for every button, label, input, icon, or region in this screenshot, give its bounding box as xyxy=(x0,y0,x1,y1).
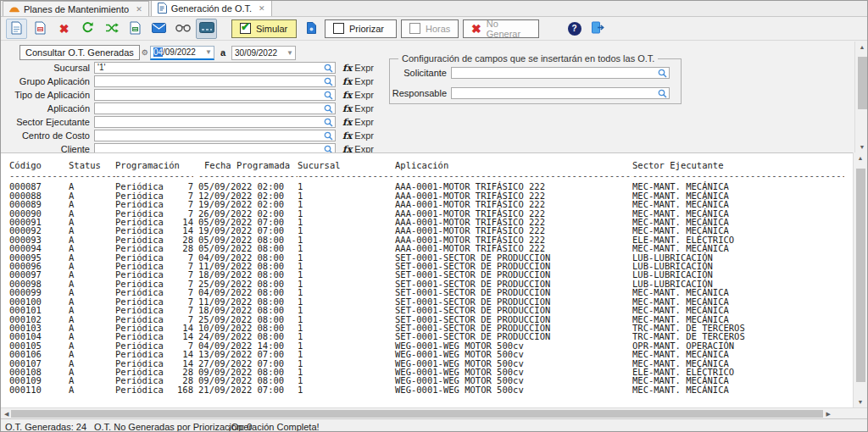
filter-input[interactable] xyxy=(94,116,336,128)
column-header[interactable]: Sucursal xyxy=(298,161,395,169)
cell-frecuencia: 7 xyxy=(166,306,193,314)
config-input[interactable] xyxy=(451,67,670,79)
scrollbar-thumb[interactable] xyxy=(11,410,823,418)
table-horizontal-scrollbar[interactable]: ◀ ▶ xyxy=(1,407,868,418)
filter-scrollbar[interactable]: ▲ ▼ xyxy=(854,42,868,152)
search-icon[interactable] xyxy=(324,131,333,141)
prioritize-toggle[interactable]: Priorizar xyxy=(325,19,397,38)
scroll-down-icon[interactable]: ▼ xyxy=(858,398,864,406)
no-generate-button[interactable]: ✖ No Generar xyxy=(463,19,539,38)
tab-label: Planes de Mantenimiento xyxy=(24,4,129,14)
scrollbar-thumb[interactable] xyxy=(856,169,865,382)
search-icon[interactable] xyxy=(324,104,333,114)
filter-input[interactable]: '1' xyxy=(94,62,336,74)
date-to-field[interactable]: 30/09/2022 ▼ xyxy=(231,46,296,60)
table-row[interactable]: 000101 A Periódica 7 18/09/2022 08:00 1 … xyxy=(9,306,854,314)
cell-sector-ejecutante: MEC-MANT. MECÁNICA xyxy=(632,306,854,314)
scroll-left-icon[interactable]: ◀ xyxy=(4,410,8,418)
filter-input[interactable] xyxy=(94,130,336,141)
table-vertical-scrollbar[interactable]: ▲ ▼ xyxy=(853,152,867,407)
close-tab-icon[interactable]: ✕ xyxy=(136,5,142,14)
delete-x-icon: ✖ xyxy=(59,23,70,35)
fx-icon[interactable]: fx xyxy=(342,103,352,114)
delete-button[interactable]: ✖ xyxy=(53,19,75,39)
hours-checkbox[interactable] xyxy=(409,23,420,34)
filter-input[interactable] xyxy=(94,102,336,114)
search-icon[interactable] xyxy=(658,89,667,99)
fx-icon[interactable]: fx xyxy=(342,63,352,74)
search-icon[interactable] xyxy=(324,91,333,101)
date-from-field[interactable]: 04/09/2022 ▼ xyxy=(150,46,214,60)
cell-sucursal: 1 xyxy=(298,200,395,208)
expr-link[interactable]: Expr xyxy=(354,117,374,127)
preview-button[interactable] xyxy=(172,19,193,39)
cell-aplicacion: WEG-0001-WEG MOTOR 500cv xyxy=(395,385,632,394)
table-row[interactable]: 000106 A Periódica 14 13/09/2022 07:00 1… xyxy=(9,350,854,358)
ot-template-button[interactable] xyxy=(301,19,322,39)
table-row[interactable]: 000110 A Periódica 168 21/09/2022 07:00 … xyxy=(9,385,854,394)
email-button[interactable] xyxy=(148,19,170,39)
shuffle-button[interactable] xyxy=(101,19,122,39)
column-header[interactable]: Código xyxy=(9,161,69,169)
fx-icon[interactable]: fx xyxy=(342,90,352,101)
expr-link[interactable]: Expr xyxy=(354,90,374,100)
filter-row: Centro de Costo fx Expr xyxy=(1,129,868,142)
prioritize-checkbox[interactable] xyxy=(333,23,344,34)
fx-icon[interactable]: fx xyxy=(342,117,352,128)
search-icon[interactable] xyxy=(324,64,333,74)
cell-status: A xyxy=(69,368,115,376)
scroll-up-icon[interactable]: ▲ xyxy=(860,43,865,51)
fx-icon[interactable]: fx xyxy=(342,76,352,87)
column-header[interactable]: Aplicación xyxy=(395,161,632,169)
scroll-right-icon[interactable]: ▶ xyxy=(826,410,830,418)
consult-options-icon[interactable]: ⚙ xyxy=(142,48,148,57)
close-tab-icon[interactable]: ✕ xyxy=(259,4,265,13)
cell-status: A xyxy=(69,200,115,208)
card-view-button[interactable] xyxy=(196,19,217,39)
refresh-icon xyxy=(81,21,94,36)
expr-link[interactable]: Expr xyxy=(354,76,374,86)
tab-label: Generación de O.T. xyxy=(171,3,252,14)
groupbox-title: Configuración de campos que se insertará… xyxy=(398,53,658,64)
shuffle-arrows-icon xyxy=(105,22,119,36)
column-header[interactable]: Sector Ejecutante xyxy=(632,161,854,169)
card-strip-icon xyxy=(199,22,214,35)
config-input[interactable] xyxy=(451,87,670,99)
scrollbar-thumb[interactable] xyxy=(858,57,867,109)
expr-link[interactable]: Expr xyxy=(354,63,374,73)
refresh-button[interactable] xyxy=(77,19,98,39)
filter-input[interactable] xyxy=(94,75,336,87)
cell-status: A xyxy=(69,306,115,314)
excel-export-button[interactable] xyxy=(125,19,146,39)
expr-link[interactable]: Expr xyxy=(354,103,374,114)
date-from-selected-part: 04 xyxy=(153,47,163,57)
column-header[interactable]: Status xyxy=(69,161,115,169)
filter-row: Sector Ejecutante fx Expr xyxy=(1,115,868,129)
new-ot-button[interactable] xyxy=(6,19,27,39)
tab-generacion-ot[interactable]: Generación de O.T. ✕ xyxy=(151,0,272,16)
pdf-export-button[interactable] xyxy=(30,19,51,39)
hours-toggle[interactable]: Horas xyxy=(401,19,459,38)
cell-sucursal: 1 xyxy=(298,270,395,279)
search-icon[interactable] xyxy=(324,77,333,87)
search-icon[interactable] xyxy=(658,69,667,79)
cell-status: A xyxy=(69,262,115,270)
consult-generated-ot-button[interactable]: Consultar O.T. Generadas xyxy=(19,45,140,60)
column-header[interactable]: Programación xyxy=(115,161,193,169)
scroll-up-icon[interactable]: ▲ xyxy=(858,154,864,162)
exit-button[interactable] xyxy=(587,19,609,39)
column-header[interactable]: Fecha Programada xyxy=(193,161,298,169)
scroll-down-icon[interactable]: ▼ xyxy=(860,143,865,151)
tab-planes-de-mantenimiento[interactable]: Planes de Mantenimiento ✕ xyxy=(3,1,149,16)
help-button[interactable]: ? xyxy=(564,19,585,39)
fx-icon[interactable]: fx xyxy=(342,130,352,141)
filter-input[interactable] xyxy=(94,89,336,101)
expr-link[interactable]: Expr xyxy=(354,130,374,141)
cell-fecha-programada: 18/09/2022 08:00 xyxy=(193,306,298,314)
chevron-down-icon[interactable]: ▼ xyxy=(287,49,293,57)
filter-value: '1' xyxy=(97,63,105,72)
simulate-checkbox[interactable]: ✔ xyxy=(240,23,251,34)
simulate-toggle[interactable]: ✔ Simular xyxy=(231,19,297,38)
chevron-down-icon[interactable]: ▼ xyxy=(205,48,212,56)
search-icon[interactable] xyxy=(324,118,333,128)
